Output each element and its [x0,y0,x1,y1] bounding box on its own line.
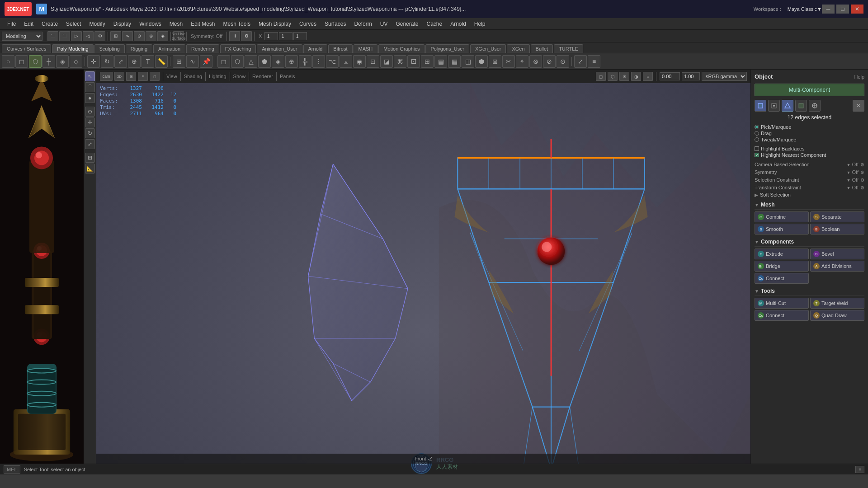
icon-poly-19[interactable]: ◫ [462,55,474,68]
tb-btn-3[interactable]: ▷ [71,31,82,41]
transform-x[interactable] [264,32,278,40]
icon-poly-22[interactable]: ✂ [502,55,515,68]
mesh-separate-button[interactable]: S Separate [810,211,864,222]
mesh-combine-button[interactable]: C Combine [755,211,809,222]
viewport[interactable]: cam 2D ⊞ ≡ ◻ View Shading Lighting Show … [96,70,750,464]
icon-poly-6[interactable]: ⊕ [285,55,298,68]
close-button[interactable]: ✕ [851,5,863,14]
comp-add-divisions-button[interactable]: A Add Divisions [810,261,864,272]
multi-component-button[interactable]: Multi-Component [755,84,864,96]
tab-polygons-user[interactable]: Polygons_User [425,44,469,53]
vp-btn-camera[interactable]: cam [100,72,113,81]
check-highlight-backfaces[interactable]: Highlight Backfaces [755,146,864,151]
icon-settings[interactable]: ≡ [588,55,600,68]
vp-btn-show[interactable]: ≡ [138,72,148,81]
icon-poly-21[interactable]: ⊠ [489,55,501,68]
tab-curves-surfaces[interactable]: Curves / Surfaces [2,44,51,53]
vp-ao-btn[interactable]: ○ [643,72,653,81]
icon-poly-12[interactable]: ⊡ [367,55,379,68]
tb-btn-4[interactable]: ◁ [83,31,94,41]
icon-poly-4[interactable]: ⬟ [258,55,271,68]
tab-motion-graphics[interactable]: Motion Graphics [378,44,425,53]
comp-connect-button[interactable]: Co Connect [755,273,809,284]
menu-modify[interactable]: Modify [85,20,108,28]
comp-icon-object[interactable] [755,100,766,112]
tb-btn-1[interactable]: ⬛ [47,31,58,41]
viewport-menu-view[interactable]: View [166,74,177,79]
tab-mash[interactable]: MASH [354,44,378,53]
icon-poly-11[interactable]: ◉ [353,55,366,68]
tb-btn-5[interactable]: ⚙ [94,31,105,41]
tab-rigging[interactable]: Rigging [126,44,152,53]
vp-wire-btn[interactable]: ⬡ [608,72,618,81]
vp-light-btn[interactable]: ☀ [619,72,629,81]
comp-icon-uv[interactable] [809,100,821,112]
radio-tweak-marquee[interactable]: Tweak/Marquee [755,137,864,142]
menu-create[interactable]: Create [38,20,61,28]
tab-bifrost[interactable]: Bifrost [328,44,352,53]
tool-snap[interactable]: ⊞ [85,153,95,163]
icon-poly-24[interactable]: ⊗ [529,55,542,68]
icon-poly-20[interactable]: ⬢ [475,55,488,68]
comp-icon-vertex[interactable] [768,100,780,112]
components-section-header[interactable]: ▼ Components [755,237,864,247]
menu-display[interactable]: Display [110,20,135,28]
icon-poly-14[interactable]: ⌘ [394,55,406,68]
menu-help[interactable]: Help [471,20,489,28]
selection-constraint-arrow[interactable]: ▼ [847,178,850,182]
icon-poly-2[interactable]: ⬡ [231,55,244,68]
menu-surfaces[interactable]: Surfaces [321,20,349,28]
icon-poly-26[interactable]: ⊙ [557,55,569,68]
transform-constraint-settings[interactable]: ⚙ [860,185,864,190]
comp-icon-close[interactable]: ✕ [853,100,864,112]
tb-btn-2[interactable]: ⬛ [59,31,70,41]
mode-dropdown[interactable]: Modeling [2,32,42,41]
icon-universal[interactable]: ⊕ [128,55,141,68]
tab-fx-caching[interactable]: FX Caching [220,44,256,53]
menu-generate[interactable]: Generate [392,20,422,28]
comp-bevel-button[interactable]: B Bevel [810,249,864,259]
viewport-menu-renderer[interactable]: Renderer [252,74,273,79]
icon-pin[interactable]: 📌 [200,55,212,68]
tool-scale[interactable]: ⤢ [85,139,95,149]
icon-poly-7[interactable]: ╬ [299,55,311,68]
tool-measure[interactable]: 📐 [85,164,95,174]
viewport-gamma-select[interactable]: sRGB gamma [702,72,747,81]
viewport-menu-panels[interactable]: Panels [280,74,295,79]
comp-bridge-button[interactable]: Br Bridge [755,261,809,272]
tb-snap-curve[interactable]: ∿ [122,31,133,41]
selection-constraint-settings[interactable]: ⚙ [860,178,864,183]
tool-select[interactable]: ↖ [85,71,95,81]
icon-poly-8[interactable]: ⋮ [312,55,325,68]
input-indicator[interactable]: ≡ [855,466,864,473]
vp-btn-panels[interactable]: ⊞ [126,72,136,81]
icon-select-component[interactable]: ◻ [15,55,28,68]
icon-poly-25[interactable]: ⊘ [543,55,556,68]
menu-curves[interactable]: Curves [296,20,320,28]
icon-poly-1[interactable]: ◻ [217,55,230,68]
vp-shading-btn[interactable]: ◻ [596,72,606,81]
vp-btn-renderer[interactable]: ◻ [150,72,160,81]
viewport-menu-shading[interactable]: Shading [184,74,202,79]
tab-poly-modeling[interactable]: Poly Modeling [52,44,93,53]
tool-rotate[interactable]: ↻ [85,128,95,138]
check-highlight-nearest[interactable]: Highlight Nearest Component [755,152,864,158]
mesh-section-header[interactable]: ▼ Mesh [755,200,864,210]
camera-based-settings[interactable]: ⚙ [860,162,864,167]
menu-arnold[interactable]: Arnold [447,20,470,28]
viewport-scale-field[interactable] [682,72,700,80]
vp-shadow-btn[interactable]: ◑ [631,72,641,81]
icon-expand[interactable]: ⤢ [574,55,587,68]
tab-animation-user[interactable]: Animation_User [257,44,302,53]
viewport-menu-show[interactable]: Show [233,74,246,79]
icon-select-uv[interactable]: ◇ [70,55,82,68]
icon-poly-16[interactable]: ⊞ [421,55,434,68]
tool-lasso[interactable]: ⌒ [85,82,95,92]
icon-select-object[interactable]: ○ [2,55,14,68]
icon-poly-17[interactable]: ▤ [434,55,447,68]
icon-select-face[interactable]: ◈ [56,55,69,68]
menu-file[interactable]: File [4,20,19,28]
icon-poly-15[interactable]: ⚀ [407,55,420,68]
icon-snap-to-grid[interactable]: ⊞ [173,55,185,68]
object-label[interactable]: Object [755,73,773,80]
